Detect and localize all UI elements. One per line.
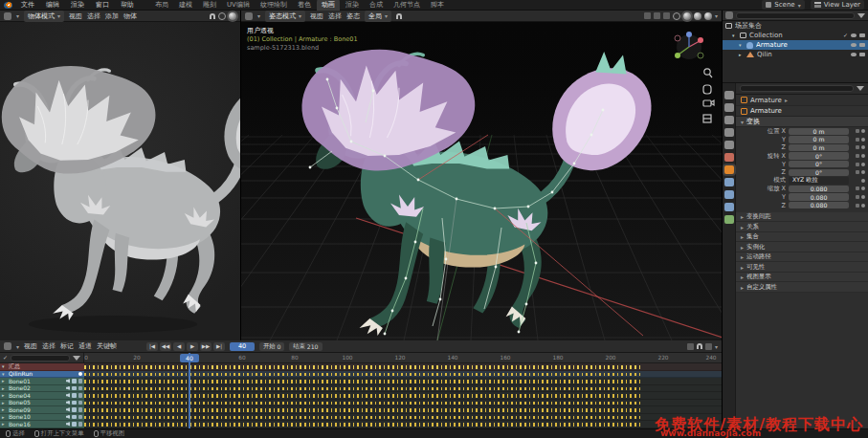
keyframe-strip[interactable]	[84, 416, 643, 420]
scene-selector[interactable]: Scene▾	[762, 0, 804, 10]
keyframe-dot-icon[interactable]	[861, 195, 865, 199]
playhead[interactable]	[189, 353, 190, 428]
outliner[interactable]: 场景集合 ▾ Collection ✓ ▾ Armature	[723, 11, 868, 83]
hide-eye-icon[interactable]	[851, 53, 857, 56]
channel-search-input[interactable]	[11, 355, 70, 361]
menu-select[interactable]: 选择	[87, 11, 100, 21]
keyframe-strip[interactable]	[84, 373, 643, 377]
channel-row-bone02[interactable]: ▸Bone02	[0, 385, 722, 393]
tab-texture-paint[interactable]: 纹理绘制	[256, 0, 292, 11]
snap-magnet-icon[interactable]	[396, 13, 402, 19]
current-frame-badge[interactable]: 40	[180, 354, 199, 362]
location-y-field[interactable]: 0 m	[789, 136, 849, 142]
scale-y-field[interactable]: 0.080	[789, 193, 849, 200]
tool-tab-icon[interactable]	[724, 91, 734, 99]
speaker-icon[interactable]	[66, 379, 71, 383]
channel-row-bone04[interactable]: ▸Bone04	[0, 392, 722, 400]
tab-compositing[interactable]: 合成	[365, 0, 388, 11]
expand-icon[interactable]: ▸	[2, 378, 7, 383]
speaker-icon[interactable]	[66, 401, 71, 405]
keyframe-strip[interactable]	[84, 423, 643, 427]
constraints-tab-icon[interactable]	[724, 203, 734, 211]
lock-icon[interactable]	[856, 204, 859, 208]
outliner-row-scene-collection[interactable]: 场景集合	[723, 21, 868, 31]
menu-select[interactable]: 选择	[328, 11, 342, 21]
expand-icon[interactable]: ▸	[739, 52, 744, 57]
show-gizmo-icon[interactable]	[644, 12, 651, 19]
expand-icon[interactable]: ▾	[732, 33, 737, 38]
keyframe-dot-icon[interactable]	[861, 204, 865, 208]
current-frame-field[interactable]: 40	[230, 342, 255, 351]
play-button[interactable]: ▶	[187, 342, 198, 351]
outliner-row-collection[interactable]: ▾ Collection ✓	[723, 31, 868, 40]
lock-icon[interactable]	[78, 422, 83, 427]
jump-to-end-button[interactable]: ▶|	[213, 342, 225, 351]
hide-eye-icon[interactable]	[851, 33, 857, 37]
menu-marker[interactable]: 标记	[60, 341, 74, 351]
tab-uv-editing[interactable]: UV编辑	[222, 0, 255, 11]
object-name-row[interactable]: Armature	[736, 106, 868, 117]
rotation-mode-dropdown[interactable]: XYZ 欧拉	[789, 177, 849, 184]
editor-type-icon[interactable]	[725, 11, 733, 19]
keyframe-dot-icon[interactable]	[861, 154, 865, 158]
clay-render-canvas[interactable]	[0, 22, 241, 340]
render-camera-icon[interactable]	[859, 53, 865, 56]
pin-icon[interactable]	[72, 393, 77, 398]
lock-icon[interactable]	[856, 195, 859, 199]
scene-canvas[interactable]	[241, 22, 723, 340]
keyframe-strip[interactable]	[84, 394, 643, 398]
filter-icon[interactable]	[857, 13, 865, 18]
editor-type-icon[interactable]	[4, 342, 11, 350]
section-collections[interactable]: ▸集合	[736, 232, 868, 243]
lock-icon[interactable]	[78, 379, 83, 383]
channel-row-action[interactable]: ▾QilinRun	[0, 371, 722, 379]
keyframe-dot-icon[interactable]	[861, 170, 865, 174]
keyframe-dot-icon[interactable]	[861, 186, 865, 190]
pin-icon[interactable]	[72, 415, 77, 420]
play-reverse-button[interactable]: ◀	[173, 342, 185, 351]
keyframe-dot-icon[interactable]	[861, 163, 865, 166]
menu-key[interactable]: 关键帧	[97, 341, 117, 351]
lock-icon[interactable]	[78, 393, 83, 398]
auto-keying-icon[interactable]	[687, 343, 694, 350]
lock-icon[interactable]	[856, 163, 859, 166]
keyframe-strip[interactable]	[84, 387, 643, 391]
menu-channel[interactable]: 通道	[78, 341, 92, 351]
menu-object[interactable]: 物体	[123, 11, 137, 21]
channel-row-bone10[interactable]: ▸Bone10	[0, 414, 722, 422]
section-instancing[interactable]: ▸实例化	[736, 242, 868, 252]
expand-icon[interactable]: ▸	[2, 406, 7, 412]
next-keyframe-button[interactable]: ▶▶	[200, 342, 211, 351]
channel-row-bone16[interactable]: ▸Bone16	[0, 421, 722, 428]
speaker-icon[interactable]	[66, 422, 71, 427]
hide-eye-icon[interactable]	[851, 43, 857, 47]
section-relations[interactable]: ▸关系	[736, 222, 868, 232]
jump-to-start-button[interactable]: |◀	[146, 342, 158, 351]
expand-icon[interactable]: ▸	[2, 392, 7, 398]
prev-keyframe-button[interactable]: ◀◀	[160, 342, 171, 351]
exclude-checkbox-icon[interactable]: ✓	[843, 33, 848, 38]
speaker-icon[interactable]	[66, 386, 71, 391]
keyframe-dot-icon[interactable]	[861, 179, 865, 183]
lock-icon[interactable]	[856, 138, 859, 142]
expand-icon[interactable]: ▾	[2, 363, 7, 369]
speaker-icon[interactable]	[66, 393, 71, 398]
physics-tab-icon[interactable]	[724, 190, 734, 199]
view-layer-selector[interactable]: View Layer	[811, 0, 864, 10]
menu-render[interactable]: 渲染	[68, 0, 87, 10]
channel-row-bone05[interactable]: ▸Bone05	[0, 400, 722, 407]
menu-pose[interactable]: 姿态	[346, 11, 360, 21]
section-motion-paths[interactable]: ▸运动路径	[736, 252, 868, 263]
tab-layout[interactable]: 布局	[150, 0, 173, 11]
lock-icon[interactable]	[78, 386, 83, 391]
left-3d-viewport[interactable]: ▾ 物体模式▾ 视图 选择 添加 物体	[0, 11, 241, 340]
overlays-icon[interactable]	[654, 12, 660, 19]
expand-icon[interactable]: ▾	[739, 42, 744, 48]
render-camera-icon[interactable]	[859, 33, 865, 37]
lock-icon[interactable]	[856, 129, 859, 133]
channel-row-bone09[interactable]: ▸Bone09	[0, 406, 722, 414]
scale-z-field[interactable]: 0.080	[789, 202, 849, 208]
scale-x-field[interactable]: 0.080	[789, 186, 849, 192]
pin-icon[interactable]	[72, 407, 77, 412]
xray-icon[interactable]	[663, 12, 670, 19]
